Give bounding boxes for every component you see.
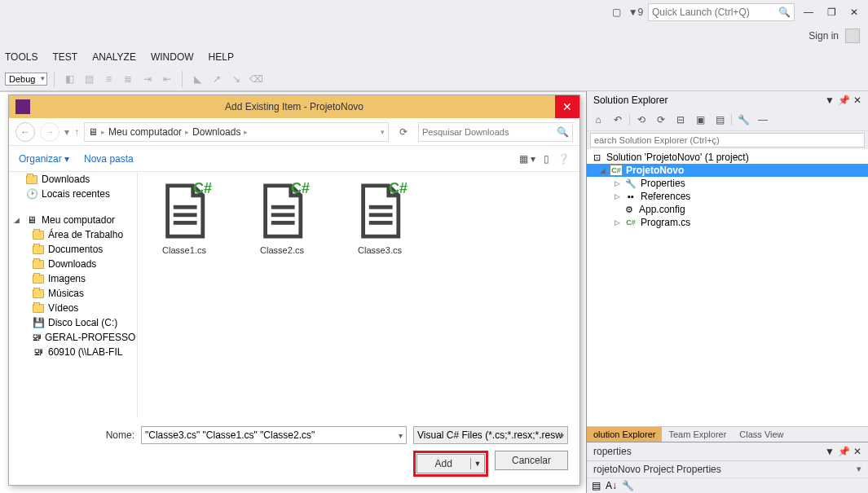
config-dropdown[interactable]: Debug bbox=[5, 73, 47, 86]
file-list[interactable]: C# Classe1.cs C# Classe2.cs C# Classe3.c… bbox=[138, 172, 579, 418]
tree-project[interactable]: ◢ C# ProjetoNovo bbox=[587, 164, 868, 177]
sidebar-item-desktop[interactable]: Área de Trabalho bbox=[9, 227, 137, 242]
file-filter-dropdown[interactable]: Visual C# Files (*.cs;*.resx;*.resw bbox=[413, 426, 568, 444]
dialog-search[interactable]: 🔍 bbox=[418, 122, 573, 142]
tab-team-explorer[interactable]: Team Explorer bbox=[662, 427, 733, 442]
filename-input[interactable]: "Classe3.cs" "Classe1.cs" "Classe2.cs" bbox=[141, 426, 407, 444]
expand-icon[interactable]: ▷ bbox=[613, 179, 621, 187]
sidebar-item-videos[interactable]: Vídeos bbox=[9, 301, 137, 315]
menu-tools[interactable]: TOOLS bbox=[5, 51, 37, 63]
tree-item[interactable]: ▷ ▪▪ References bbox=[587, 190, 868, 203]
sort-icon[interactable]: A↓ bbox=[606, 480, 617, 491]
chevron-down-icon[interactable]: ▾ bbox=[64, 126, 69, 138]
file-item[interactable]: C# Classe2.cs bbox=[245, 182, 319, 255]
bookmark-icon[interactable]: ◣ bbox=[189, 71, 205, 87]
close-button[interactable]: ✕ bbox=[845, 3, 863, 21]
notifications-icon[interactable]: ▼9 bbox=[628, 5, 643, 20]
tab-class-view[interactable]: Class View bbox=[733, 427, 790, 442]
pin-icon[interactable]: 📌 bbox=[838, 446, 850, 457]
add-button[interactable]: Add ▼ bbox=[416, 454, 485, 473]
avatar[interactable] bbox=[845, 29, 860, 43]
tool-icon[interactable]: ▤ bbox=[81, 71, 97, 87]
tool-icon[interactable]: ↘ bbox=[228, 71, 245, 87]
show-icon[interactable]: ▣ bbox=[692, 112, 708, 127]
home-icon[interactable]: ⌂ bbox=[590, 112, 606, 127]
help-icon[interactable]: ❔ bbox=[557, 153, 570, 165]
refresh-icon[interactable]: ⟳ bbox=[653, 112, 669, 127]
network-drive-icon: 🖳 bbox=[32, 332, 42, 343]
sync-icon[interactable]: ⟲ bbox=[633, 112, 650, 127]
menu-help[interactable]: HELP bbox=[209, 51, 234, 63]
tree-item[interactable]: ⚙ App.config bbox=[587, 203, 868, 216]
tool-icon[interactable]: ◧ bbox=[61, 71, 77, 87]
expand-icon[interactable]: ▷ bbox=[613, 192, 621, 200]
pin-icon[interactable]: 📌 bbox=[838, 95, 850, 106]
breadcrumb[interactable]: 🖥 ▸ Meu computador ▸ Downloads ▸ ▾ bbox=[84, 122, 389, 142]
view-icon[interactable]: ▦ ▾ bbox=[519, 153, 535, 165]
solution-search-input[interactable] bbox=[590, 133, 865, 147]
tool-icon[interactable]: ≣ bbox=[120, 71, 136, 87]
wrench-icon[interactable]: 🔧 bbox=[622, 480, 634, 491]
properties-subject[interactable]: rojetoNovo Project Properties bbox=[587, 461, 868, 478]
file-item[interactable]: C# Classe3.cs bbox=[343, 182, 416, 255]
file-item[interactable]: C# Classe1.cs bbox=[148, 182, 221, 255]
back-button[interactable]: ← bbox=[15, 122, 35, 142]
solution-tree[interactable]: ⊡ Solution 'ProjetoNovo' (1 project) ◢ C… bbox=[587, 149, 868, 426]
tool-icon[interactable]: ⌫ bbox=[248, 71, 264, 87]
sidebar-item-network[interactable]: 🖳GERAL-PROFESSO bbox=[9, 330, 137, 345]
tree-item[interactable]: ▷ C# Program.cs bbox=[587, 216, 868, 229]
dropdown-icon[interactable]: ▼ bbox=[825, 95, 835, 106]
menu-window[interactable]: WINDOW bbox=[151, 51, 194, 63]
properties-icon[interactable]: 🔧 bbox=[735, 112, 751, 127]
dash-icon[interactable]: — bbox=[755, 112, 771, 127]
quick-launch[interactable]: 🔍 bbox=[648, 3, 795, 21]
sidebar-item-network[interactable]: 🖳60910 (\\LAB-FIL bbox=[9, 345, 137, 359]
new-folder-button[interactable]: Nova pasta bbox=[84, 153, 134, 165]
tool-icon[interactable]: ≡ bbox=[100, 71, 117, 87]
sidebar-item-music[interactable]: Músicas bbox=[9, 286, 137, 301]
cancel-button[interactable]: Cancelar bbox=[495, 451, 568, 470]
restore-button[interactable]: ❐ bbox=[822, 3, 840, 21]
dialog-close-button[interactable]: ✕ bbox=[555, 95, 579, 118]
tab-solution-explorer[interactable]: olution Explorer bbox=[587, 427, 662, 442]
tree-item[interactable]: ▷ 🔧 Properties bbox=[587, 177, 868, 190]
tool-icon[interactable]: ↗ bbox=[209, 71, 225, 87]
expand-icon[interactable]: ◢ bbox=[598, 166, 606, 174]
tool-icon[interactable]: ⇤ bbox=[159, 71, 175, 87]
sidebar-item-downloads[interactable]: Downloads bbox=[9, 257, 137, 271]
menu-analyze[interactable]: ANALYZE bbox=[92, 51, 136, 63]
sidebar-item-disk[interactable]: 💾Disco Local (C:) bbox=[9, 315, 137, 330]
sidebar-item-computer[interactable]: ◢🖥Meu computador bbox=[9, 213, 137, 227]
sidebar-item-documents[interactable]: Documentos bbox=[9, 242, 137, 257]
close-icon[interactable]: ✕ bbox=[853, 446, 861, 457]
sidebar-item-downloads[interactable]: Downloads bbox=[9, 172, 137, 187]
collapse-icon[interactable]: ⊟ bbox=[672, 112, 689, 127]
tree-solution[interactable]: ⊡ Solution 'ProjetoNovo' (1 project) bbox=[587, 151, 868, 164]
signin-link[interactable]: Sign in bbox=[809, 30, 839, 42]
dialog-sidebar[interactable]: Downloads 🕑Locais recentes ◢🖥Meu computa… bbox=[9, 172, 138, 418]
feedback-icon[interactable]: ▢ bbox=[609, 5, 623, 20]
chevron-down-icon[interactable]: ▼ bbox=[471, 460, 484, 468]
refresh-button[interactable]: ⟳ bbox=[394, 122, 413, 142]
crumb-segment[interactable]: Downloads bbox=[192, 126, 240, 138]
expand-icon[interactable]: ▷ bbox=[613, 218, 621, 227]
menu-test[interactable]: TEST bbox=[52, 51, 77, 63]
preview-icon[interactable]: ▯ bbox=[544, 153, 549, 165]
preview-icon[interactable]: ▤ bbox=[712, 112, 728, 127]
dialog-title-bar[interactable]: Add Existing Item - ProjetoNovo ✕ bbox=[9, 95, 579, 118]
crumb-segment[interactable]: Meu computador bbox=[108, 126, 182, 138]
forward-button[interactable]: → bbox=[40, 122, 59, 142]
minimize-button[interactable]: — bbox=[800, 3, 817, 21]
tool-icon[interactable]: ⇥ bbox=[139, 71, 156, 87]
categorize-icon[interactable]: ▤ bbox=[592, 480, 601, 491]
dropdown-icon[interactable]: ▼ bbox=[825, 446, 835, 457]
sidebar-item-recent[interactable]: 🕑Locais recentes bbox=[9, 187, 137, 201]
sidebar-item-images[interactable]: Imagens bbox=[9, 271, 137, 286]
dialog-search-input[interactable] bbox=[422, 127, 557, 137]
chevron-down-icon[interactable]: ▾ bbox=[381, 128, 385, 136]
quick-launch-input[interactable] bbox=[652, 7, 778, 18]
up-button[interactable]: ↑ bbox=[74, 126, 79, 138]
close-icon[interactable]: ✕ bbox=[853, 95, 861, 106]
organize-button[interactable]: Organizar ▾ bbox=[19, 153, 69, 165]
back-icon[interactable]: ↶ bbox=[610, 112, 626, 127]
